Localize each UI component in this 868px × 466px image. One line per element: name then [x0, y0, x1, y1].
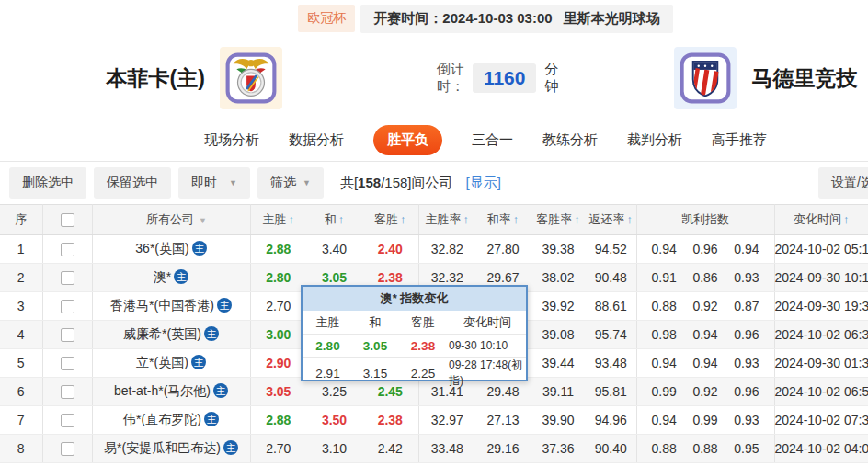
header-away-rate[interactable]: 客胜率↑ [531, 205, 586, 235]
tab-live-analysis[interactable]: 现场分析 [204, 131, 259, 149]
header-draw-odds[interactable]: 和↑ [306, 205, 362, 235]
home-odds-cell[interactable]: 2.88 [250, 406, 306, 435]
home-odds-cell[interactable]: 2.88 [250, 235, 306, 264]
popup-away-odds: 2.38 [397, 339, 449, 353]
draw-odds-cell[interactable]: 3.25 [306, 378, 362, 406]
main-company-badge: 主 [213, 383, 228, 398]
match-header: 本菲卡(主) 倒计时： 1160 分钟 [0, 37, 868, 119]
tab-referee-analysis[interactable]: 裁判分析 [627, 131, 682, 149]
row-checkbox[interactable] [61, 300, 74, 313]
kelly-home: 0.99 [652, 384, 677, 399]
settings-button[interactable]: 设置/选 [818, 167, 868, 199]
kelly-cell: 0.940.960.94 [636, 235, 774, 264]
company-cell[interactable]: 易*(安提瓜和巴布达)主 [92, 435, 250, 463]
header-company[interactable]: 所有公司▼ [92, 205, 250, 235]
popup-away-odds: 2.25 [397, 367, 449, 381]
row-seq: 7 [0, 406, 42, 435]
home-team-logo [220, 47, 282, 109]
away-odds-cell[interactable]: 2.42 [362, 435, 418, 463]
home-odds-cell[interactable]: 2.80 [250, 264, 306, 292]
draw-odds-cell[interactable]: 3.50 [306, 406, 362, 435]
away-odds-cell[interactable]: 2.40 [362, 235, 418, 264]
row-seq: 5 [0, 349, 42, 378]
kelly-away: 0.87 [734, 299, 759, 313]
home-odds-cell[interactable]: 2.70 [250, 292, 306, 321]
away-odds-cell[interactable]: 2.38 [362, 406, 418, 435]
tab-three-in-one[interactable]: 三合一 [472, 131, 513, 149]
kelly-home: 0.88 [652, 441, 677, 456]
company-cell[interactable]: 伟*(直布罗陀)主 [92, 406, 250, 435]
header-select-all [42, 205, 92, 235]
home-odds-cell[interactable]: 3.05 [250, 378, 306, 406]
away-rate-cell: 39.08 [531, 321, 586, 349]
away-team-name: 马德里竞技 [751, 64, 857, 93]
row-checkbox[interactable] [61, 442, 74, 456]
show-link[interactable]: [显示] [466, 175, 501, 192]
home-odds-cell[interactable]: 2.90 [250, 349, 306, 378]
sort-up-icon[interactable]: ↑ [627, 212, 634, 226]
header-change-time[interactable]: 变化时间↑ [774, 205, 868, 235]
sort-up-icon[interactable]: ↑ [463, 212, 470, 226]
tab-coach-analysis[interactable]: 教练分析 [542, 131, 598, 149]
sort-up-icon[interactable]: ↑ [338, 212, 345, 226]
delete-selected-button[interactable]: 删除选中 [9, 167, 86, 199]
select-all-checkbox[interactable] [61, 213, 74, 227]
sort-up-icon[interactable]: ↑ [574, 212, 580, 226]
table-header-row: 序 所有公司▼ 主胜↑ 和↑ 客胜↑ 主胜率↑ 和率↑ 客胜率↑ 返还率↑ 凯利… [0, 205, 868, 235]
time-mode-select[interactable]: 即时 ▼ [178, 167, 250, 199]
header-home-odds[interactable]: 主胜↑ [250, 205, 306, 235]
tab-expert-recommend[interactable]: 高手推荐 [712, 131, 767, 149]
league-badge[interactable]: 欧冠杯 [298, 5, 355, 32]
kelly-away: 0.95 [734, 441, 759, 456]
kelly-home: 0.98 [652, 327, 677, 342]
popup-home-odds: 2.91 [303, 367, 353, 381]
home-odds-cell[interactable]: 3.00 [250, 321, 306, 349]
draw-odds-cell[interactable]: 3.10 [306, 435, 362, 463]
kelly-cell: 0.940.990.93 [636, 406, 774, 435]
countdown-value: 1160 [473, 63, 537, 93]
row-checkbox[interactable] [61, 357, 74, 370]
tab-win-draw-lose[interactable]: 胜平负 [373, 125, 442, 155]
kelly-draw: 0.92 [692, 384, 717, 399]
count-suffix: ]间公司 [407, 175, 452, 190]
away-rate-cell: 37.36 [531, 435, 586, 463]
header-home-label: 主胜 [263, 212, 287, 226]
company-cell[interactable]: 威廉希*(英国)主 [92, 321, 250, 349]
header-home-rate[interactable]: 主胜率↑ [418, 205, 475, 235]
tab-data-analysis[interactable]: 数据分析 [289, 131, 344, 149]
row-seq: 8 [0, 435, 42, 463]
header-return-rate[interactable]: 返还率↑ [586, 205, 636, 235]
change-time-cell: 2024-10-02 07:34 [774, 406, 868, 435]
kelly-cell: 0.880.920.87 [636, 292, 774, 321]
row-checkbox[interactable] [61, 243, 74, 256]
kelly-draw: 0.99 [692, 413, 717, 427]
company-cell[interactable]: 立*(英国)主 [92, 349, 250, 378]
away-odds-cell[interactable]: 2.45 [362, 378, 418, 406]
sort-up-icon[interactable]: ↑ [400, 212, 406, 226]
row-checkbox[interactable] [61, 271, 74, 285]
draw-odds-cell[interactable]: 3.40 [306, 235, 362, 264]
kelly-draw: 0.96 [692, 242, 717, 256]
filter-select[interactable]: 筛选 ▼ [257, 167, 324, 199]
row-checkbox[interactable] [61, 328, 74, 342]
company-cell[interactable]: 36*(英国)主 [92, 235, 250, 264]
popup-data-row: 2.91 3.15 2.25 09-28 17:48(初指) [303, 357, 526, 380]
countdown: 倒计时： 1160 分钟 [308, 61, 559, 96]
count-total: 158 [384, 175, 407, 190]
company-cell[interactable]: bet-at-h*(马尔他)主 [92, 378, 250, 406]
draw-rate-cell: 27.13 [475, 406, 531, 435]
sort-up-icon[interactable]: ↑ [289, 212, 295, 226]
company-cell[interactable]: 香港马*(中国香港)主 [92, 292, 250, 321]
company-name: 威廉希*(英国) [123, 326, 201, 341]
header-draw-rate[interactable]: 和率↑ [475, 205, 531, 235]
row-checkbox[interactable] [61, 414, 74, 427]
sort-up-icon[interactable]: ↑ [843, 212, 850, 226]
benfica-crest-icon [224, 51, 278, 105]
return-rate-cell: 90.40 [586, 435, 636, 463]
sort-up-icon[interactable]: ↑ [513, 212, 520, 226]
home-odds-cell[interactable]: 2.70 [250, 435, 306, 463]
company-cell[interactable]: 澳*主 [92, 264, 250, 292]
keep-selected-button[interactable]: 保留选中 [94, 167, 171, 199]
header-away-odds[interactable]: 客胜↑ [362, 205, 418, 235]
row-checkbox[interactable] [61, 385, 74, 399]
